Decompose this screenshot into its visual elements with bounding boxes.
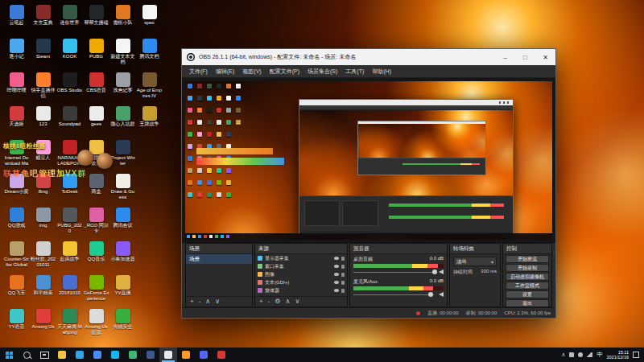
menu-item[interactable]: 帮助(H) bbox=[368, 66, 395, 77]
control-button[interactable]: 工作室模式 bbox=[506, 282, 549, 290]
desktop-icon[interactable]: 迷你世界 bbox=[56, 3, 83, 37]
lock-icon[interactable] bbox=[341, 265, 345, 269]
desktop-icon[interactable]: img bbox=[30, 206, 56, 240]
desktop-icon[interactable]: 逐小记 bbox=[3, 37, 30, 71]
speaker-icon[interactable] bbox=[436, 269, 444, 274]
lock-icon[interactable] bbox=[341, 273, 345, 277]
obs-preview-canvas[interactable] bbox=[182, 78, 555, 243]
desktop-icon[interactable]: 天选姬 bbox=[3, 105, 30, 138]
desktop-icon[interactable]: 两盒 bbox=[83, 172, 109, 206]
dock-tool-button[interactable]: - bbox=[268, 298, 270, 305]
desktop-icon[interactable]: CBS语音 bbox=[83, 71, 109, 105]
speaker-icon[interactable] bbox=[436, 292, 444, 297]
volume-slider[interactable] bbox=[353, 291, 444, 298]
control-button[interactable]: 开始录制 bbox=[506, 264, 549, 272]
dock-tool-button[interactable]: ⚙ bbox=[275, 298, 280, 305]
task-view-button[interactable] bbox=[35, 348, 53, 362]
sound-icon[interactable] bbox=[578, 352, 583, 357]
dock-tool-button[interactable]: ∧ bbox=[205, 298, 210, 305]
source-list-item[interactable]: 媒体源 bbox=[255, 286, 347, 294]
control-button[interactable]: 退出 bbox=[506, 299, 549, 306]
visibility-eye-icon[interactable] bbox=[334, 257, 339, 260]
desktop-icon[interactable]: Counter-Strike Global Offensive bbox=[3, 240, 30, 274]
dock-tool-button[interactable]: ∨ bbox=[215, 298, 220, 305]
maximize-button[interactable]: □ bbox=[515, 49, 535, 65]
search-button[interactable] bbox=[18, 348, 35, 362]
desktop-icon[interactable]: PUBG bbox=[83, 37, 109, 71]
desktop-icon[interactable]: spec bbox=[136, 3, 163, 37]
menu-item[interactable]: 文件(F) bbox=[185, 66, 212, 77]
menu-item[interactable]: 编辑(E) bbox=[212, 66, 238, 77]
desktop-icon[interactable]: Steam bbox=[30, 37, 56, 71]
desktop-icon[interactable]: NARAKA BLADEPOINT bbox=[56, 138, 83, 172]
source-list-item[interactable]: 窗口采集 bbox=[255, 262, 347, 270]
lock-icon[interactable] bbox=[341, 257, 345, 261]
taskbar-app[interactable] bbox=[195, 348, 213, 362]
transition-duration-row[interactable]: 持续时间 300 ms bbox=[453, 269, 497, 276]
desktop-icon[interactable]: QQ音乐 bbox=[83, 240, 109, 274]
minimize-button[interactable]: – bbox=[495, 49, 515, 65]
desktop-icon[interactable]: PUBG_2020 bbox=[56, 206, 83, 240]
desktop-icon[interactable]: 新建文本文档 bbox=[109, 37, 136, 71]
desktop-icon[interactable]: _RCO 阿尔卡 bbox=[83, 206, 109, 240]
desktop-icon[interactable]: 王团团入群欢迎 bbox=[83, 138, 109, 172]
desktop-icon[interactable]: 糖豆人 bbox=[30, 138, 56, 172]
desktop-icon[interactable]: 和平精英 bbox=[30, 274, 56, 307]
desktop-icon[interactable]: 粉丝群_20201011 bbox=[30, 240, 56, 274]
desktop-icon[interactable]: 起床战争 bbox=[56, 240, 83, 274]
dock-tool-button[interactable]: + bbox=[259, 298, 263, 305]
desktop-icon[interactable]: Internet Download Manager bbox=[3, 138, 30, 172]
scene-list-item[interactable]: 场景 bbox=[186, 254, 252, 264]
desktop-icon[interactable]: 微心入坑群 bbox=[109, 105, 136, 138]
menu-item[interactable]: 场景集合(S) bbox=[303, 66, 341, 77]
dock-tool-button[interactable]: + bbox=[190, 298, 194, 305]
desktop-icon[interactable]: 小象加速器 bbox=[109, 240, 136, 274]
tray-app-icon[interactable] bbox=[569, 352, 574, 357]
taskbar-app[interactable] bbox=[106, 348, 124, 362]
desktop-icon[interactable]: 腾讯文档 bbox=[136, 37, 163, 71]
taskbar-app[interactable] bbox=[213, 348, 230, 362]
desktop-icon[interactable]: OBS Studio bbox=[56, 71, 83, 105]
desktop-icon[interactable]: gees bbox=[83, 105, 109, 138]
network-icon[interactable] bbox=[587, 352, 592, 357]
desktop-icon[interactable]: GeForce Experience bbox=[83, 274, 109, 307]
desktop-icon[interactable]: 快手直播伴侣 bbox=[30, 71, 56, 105]
source-list-item[interactable]: 显示器采集 bbox=[255, 254, 347, 262]
desktop-icon[interactable]: 天天麻将 Mahjong bbox=[56, 307, 83, 341]
desktop-icon[interactable]: YV直播 bbox=[109, 274, 136, 307]
close-button[interactable]: ✕ bbox=[535, 49, 555, 65]
lock-icon[interactable] bbox=[341, 281, 345, 285]
desktop-icon[interactable]: Project Winter bbox=[109, 138, 136, 172]
desktop-icon[interactable]: 云吼起 bbox=[3, 3, 30, 37]
taskbar-app[interactable] bbox=[71, 348, 89, 362]
desktop-icon[interactable]: Soundpad bbox=[56, 105, 83, 138]
notification-center-icon[interactable] bbox=[633, 352, 639, 358]
source-list-item[interactable]: 文本(GDI+) bbox=[255, 278, 347, 286]
desktop-icon[interactable]: 王牌战争 bbox=[136, 105, 163, 138]
obs-titlebar[interactable]: OBS 26.1.1 (64-bit, windows) - 配置文件: 未命名… bbox=[182, 49, 555, 65]
desktop-icon[interactable]: Among Us 起源 bbox=[83, 307, 109, 341]
control-button[interactable]: 开始推流 bbox=[506, 255, 549, 263]
visibility-eye-icon[interactable] bbox=[334, 281, 339, 284]
desktop-icon[interactable]: YY语音 bbox=[3, 307, 30, 341]
taskbar-app[interactable] bbox=[53, 348, 71, 362]
desktop-icon[interactable]: Among Us bbox=[30, 307, 56, 341]
taskbar-app[interactable] bbox=[124, 348, 142, 362]
desktop-icon[interactable]: QQ飞车 bbox=[3, 274, 30, 307]
visibility-eye-icon[interactable] bbox=[334, 289, 339, 292]
desktop-icon[interactable]: Draw & Guess bbox=[109, 172, 136, 206]
desktop-icon[interactable]: 腾讯会议 bbox=[109, 206, 136, 240]
start-button[interactable] bbox=[0, 348, 18, 362]
desktop-icon[interactable]: 需组小队 bbox=[109, 3, 136, 37]
desktop-icon[interactable]: 20181010 bbox=[56, 274, 83, 307]
desktop-icon[interactable]: 8mg bbox=[30, 172, 56, 206]
desktop-icon[interactable]: QQ游戏 bbox=[3, 206, 30, 240]
desktop-icon[interactable]: 火绒安全 bbox=[109, 307, 136, 341]
transition-select[interactable]: 淡出 bbox=[453, 257, 497, 266]
dock-tool-button[interactable]: - bbox=[199, 298, 201, 305]
taskbar-app[interactable] bbox=[177, 348, 195, 362]
tray-expand-icon[interactable]: ∧ bbox=[561, 352, 565, 358]
desktop-icon[interactable]: 帮帮主播端 bbox=[83, 3, 109, 37]
dock-tool-button[interactable]: ∨ bbox=[295, 298, 299, 305]
desktop-icon[interactable]: 哔哩哔哩 bbox=[3, 71, 30, 105]
